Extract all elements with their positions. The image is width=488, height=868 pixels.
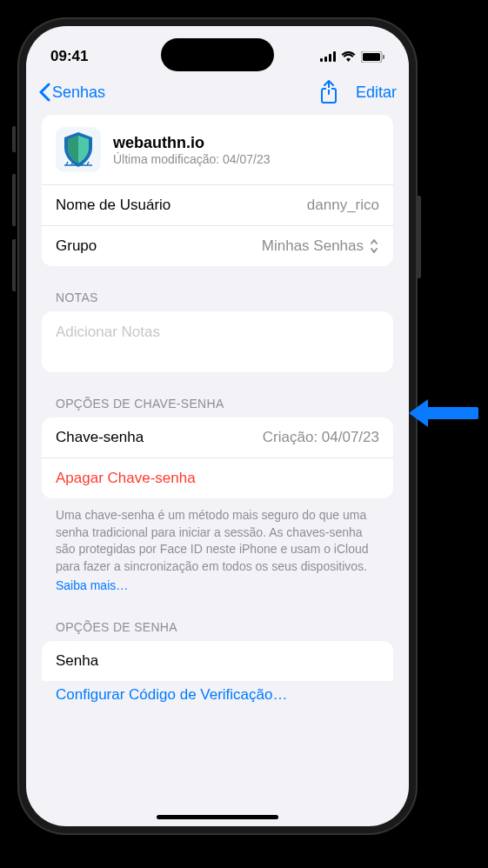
notes-field[interactable]: Adicionar Notas [42, 311, 393, 372]
back-label: Senhas [52, 83, 105, 102]
site-icon [56, 127, 101, 172]
passkey-label: Chave-senha [56, 429, 144, 446]
back-button[interactable]: Senhas [38, 83, 105, 102]
username-label: Nome de Usuário [56, 197, 170, 214]
delete-passkey-button[interactable]: Apagar Chave-senha [42, 457, 393, 498]
group-row[interactable]: Grupo Minhas Senhas [42, 225, 393, 266]
passkey-row[interactable]: Chave-senha Criação: 04/07/23 [42, 417, 393, 457]
status-icons [320, 51, 384, 63]
group-label: Grupo [56, 237, 97, 255]
notes-placeholder: Adicionar Notas [56, 324, 379, 341]
svg-rect-8 [326, 88, 331, 90]
passkey-card: Chave-senha Criação: 04/07/23 Apagar Cha… [42, 417, 393, 498]
svg-rect-6 [383, 55, 384, 59]
last-modified: Última modificação: 04/07/23 [113, 152, 379, 166]
nav-right-actions: Editar [319, 80, 397, 104]
site-card: webauthn.io Última modificação: 04/07/23… [42, 115, 393, 266]
site-header[interactable]: webauthn.io Última modificação: 04/07/23 [42, 115, 393, 184]
password-section-header: OPÇÕES DE SENHA [42, 596, 393, 641]
svg-rect-3 [333, 51, 336, 62]
svg-rect-5 [363, 53, 380, 61]
cellular-icon [320, 51, 336, 62]
phone-frame: 09:41 [17, 17, 418, 835]
phone-screen: 09:41 [26, 26, 409, 826]
passkey-description: Uma chave-senha é um método mais seguro … [42, 498, 393, 578]
verify-code-button[interactable]: Configurar Código de Verificação… [42, 681, 393, 704]
edit-button[interactable]: Editar [356, 83, 397, 102]
chevron-left-icon [38, 83, 50, 102]
home-indicator[interactable] [157, 815, 278, 819]
group-value-container: Minhas Senhas [262, 237, 379, 255]
svg-rect-1 [324, 57, 327, 62]
site-info: webauthn.io Última modificação: 04/07/23 [113, 134, 379, 166]
share-icon[interactable] [319, 80, 338, 104]
passkey-section-header: OPÇÕES DE CHAVE-SENHA [42, 372, 393, 417]
callout-arrow [409, 396, 478, 431]
notes-section-header: NOTAS [42, 266, 393, 311]
username-value: danny_rico [307, 197, 379, 214]
site-name: webauthn.io [113, 134, 379, 152]
wifi-icon [341, 51, 356, 62]
passkey-value: Criação: 04/07/23 [263, 429, 379, 446]
battery-icon [361, 51, 384, 63]
group-value: Minhas Senhas [262, 237, 364, 255]
dynamic-island [161, 38, 274, 71]
username-row[interactable]: Nome de Usuário danny_rico [42, 184, 393, 225]
navigation-bar: Senhas Editar [26, 73, 409, 115]
password-row[interactable]: Senha [42, 641, 393, 681]
svg-rect-0 [320, 58, 323, 62]
learn-more-link[interactable]: Saiba mais… [42, 578, 393, 596]
content-area: webauthn.io Última modificação: 04/07/23… [26, 115, 409, 819]
svg-rect-2 [329, 54, 331, 62]
updown-icon [369, 238, 379, 254]
status-time: 09:41 [50, 48, 88, 65]
